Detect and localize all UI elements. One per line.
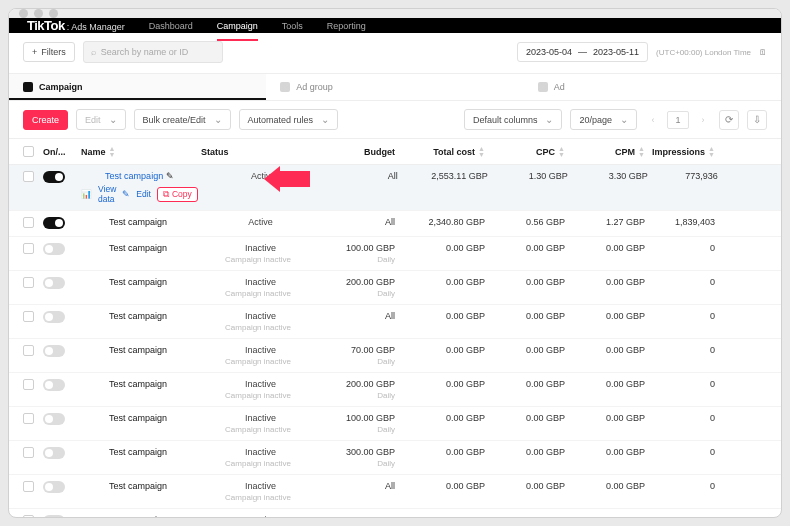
tab-campaign[interactable]: Campaign xyxy=(9,74,266,100)
perpage-select[interactable]: 20/page xyxy=(570,109,637,130)
col-cpm[interactable]: CPM▲▼ xyxy=(571,146,651,158)
status-toggle[interactable] xyxy=(43,217,65,229)
nav-tools[interactable]: Tools xyxy=(282,21,303,31)
search-placeholder: Search by name or ID xyxy=(101,47,189,57)
col-cost[interactable]: Total cost▲▼ xyxy=(401,146,491,158)
cost-value: 2,340.80 GBP xyxy=(428,217,485,227)
cpm-value: 0.00 GBP xyxy=(606,413,645,423)
page-prev[interactable]: ‹ xyxy=(645,111,661,129)
filters-button[interactable]: +Filters xyxy=(23,42,75,62)
status-toggle[interactable] xyxy=(43,277,65,289)
status-sub: Campaign inactive xyxy=(225,459,291,468)
status-toggle[interactable] xyxy=(43,413,65,425)
table-row[interactable]: Test campaign InactiveCampaign inactive … xyxy=(9,271,781,305)
date-from: 2023-05-04 xyxy=(526,47,572,57)
cost-value: 0.00 GBP xyxy=(446,447,485,457)
page-next[interactable]: › xyxy=(695,111,711,129)
nav-dashboard[interactable]: Dashboard xyxy=(149,21,193,31)
row-checkbox[interactable] xyxy=(23,243,34,254)
table-header: On/... Name▲▼ Status Budget Total cost▲▼… xyxy=(9,139,781,165)
row-checkbox[interactable] xyxy=(23,277,34,288)
edit-button[interactable]: Edit xyxy=(76,109,126,130)
campaign-name: Test campaign ✎ xyxy=(105,171,174,181)
date-to: 2023-05-11 xyxy=(593,47,639,57)
refresh-button[interactable]: ⟳ xyxy=(719,110,739,130)
tab-adgroup[interactable]: Ad group xyxy=(266,74,523,100)
table-row[interactable]: Test campaign Active All 2,340.80 GBP 0.… xyxy=(9,211,781,237)
budget-value: 100.00 GBP xyxy=(346,243,395,253)
col-name[interactable]: Name▲▼ xyxy=(81,146,201,158)
create-button[interactable]: Create xyxy=(23,110,68,130)
browser-window: TikTok: Ads Manager Dashboard Campaign T… xyxy=(8,8,782,518)
pencil-icon[interactable]: ✎ xyxy=(166,171,174,181)
status-toggle[interactable] xyxy=(43,447,65,459)
status-toggle[interactable] xyxy=(43,345,65,357)
search-icon: ⌕ xyxy=(91,47,96,57)
row-checkbox[interactable] xyxy=(23,311,34,322)
row-checkbox[interactable] xyxy=(23,345,34,356)
search-input[interactable]: ⌕ Search by name or ID xyxy=(83,41,223,63)
table-row[interactable]: Test campaign InactiveCampaign inactive … xyxy=(9,475,781,509)
sort-icon: ▲▼ xyxy=(638,146,645,158)
table-row[interactable]: Test campaign InactiveCampaign inactive … xyxy=(9,407,781,441)
table-row[interactable]: Test campaign InactiveCampaign inactive … xyxy=(9,441,781,475)
filter-bar: +Filters ⌕ Search by name or ID 2023-05-… xyxy=(9,33,781,74)
campaign-link[interactable]: Test campaign xyxy=(105,171,163,181)
status-toggle[interactable] xyxy=(43,171,65,183)
table-row[interactable]: Test campaign InactiveCampaign inactive … xyxy=(9,373,781,407)
col-budget[interactable]: Budget xyxy=(321,147,401,157)
cost-value: 0.00 GBP xyxy=(446,243,485,253)
page-current[interactable]: 1 xyxy=(667,111,689,129)
campaign-name: Test campaign xyxy=(109,311,167,321)
columns-select[interactable]: Default columns xyxy=(464,109,563,130)
row-checkbox[interactable] xyxy=(23,481,34,492)
col-cpc[interactable]: CPC▲▼ xyxy=(491,146,571,158)
status-text: Inactive xyxy=(240,413,276,423)
cost-value: 0.00 GBP xyxy=(446,515,485,518)
status-toggle[interactable] xyxy=(43,243,65,255)
table-row[interactable]: Test campaign InactiveCampaign inactive … xyxy=(9,305,781,339)
col-status[interactable]: Status xyxy=(201,147,321,157)
row-checkbox[interactable] xyxy=(23,171,34,182)
campaign-name: Test campaign xyxy=(109,447,167,457)
campaign-table: On/... Name▲▼ Status Budget Total cost▲▼… xyxy=(9,139,781,518)
date-sep: — xyxy=(578,47,587,57)
cpc-value: 0.00 GBP xyxy=(526,447,565,457)
export-button[interactable]: ⇩ xyxy=(747,110,767,130)
budget-value: 200.00 GBP xyxy=(346,379,395,389)
edit-link[interactable]: Edit xyxy=(136,189,151,199)
budget-value: 200.00 GBP xyxy=(346,277,395,287)
rules-button[interactable]: Automated rules xyxy=(239,109,339,130)
bulk-button[interactable]: Bulk create/Edit xyxy=(134,109,231,130)
table-row[interactable]: Test campaign ✎ 📊 View data ✎ Edit ⧉Copy… xyxy=(9,165,781,211)
table-row[interactable]: Test campaign InactiveCampaign inactive … xyxy=(9,339,781,373)
tab-adgroup-label: Ad group xyxy=(296,82,333,92)
status-toggle[interactable] xyxy=(43,379,65,391)
date-range[interactable]: 2023-05-04 — 2023-05-11 xyxy=(517,42,648,62)
imp-value: 0 xyxy=(710,243,715,253)
row-checkbox[interactable] xyxy=(23,413,34,424)
select-all-checkbox[interactable] xyxy=(23,146,34,157)
status-toggle[interactable] xyxy=(43,311,65,323)
col-on[interactable]: On/... xyxy=(43,147,81,157)
cost-value: 0.00 GBP xyxy=(446,345,485,355)
table-row[interactable]: Test campaign InactiveCampaign inactive … xyxy=(9,237,781,271)
col-imp[interactable]: Impressions▲▼ xyxy=(651,146,721,158)
viewdata-link[interactable]: View data xyxy=(98,184,116,204)
status-text: Inactive xyxy=(240,311,276,321)
table-row[interactable]: Test campaign InactiveCampaign inactive … xyxy=(9,509,781,518)
tab-ad[interactable]: Ad xyxy=(524,74,781,100)
copy-button[interactable]: ⧉Copy xyxy=(157,187,198,202)
row-checkbox[interactable] xyxy=(23,447,34,458)
chart-icon: 📊 xyxy=(81,189,92,199)
calendar-icon[interactable]: 🗓 xyxy=(759,48,767,57)
nav-campaign[interactable]: Campaign xyxy=(217,21,258,31)
status-toggle[interactable] xyxy=(43,515,65,518)
status-toggle[interactable] xyxy=(43,481,65,493)
nav-reporting[interactable]: Reporting xyxy=(327,21,366,31)
imp-value: 0 xyxy=(710,413,715,423)
row-checkbox[interactable] xyxy=(23,217,34,228)
row-checkbox[interactable] xyxy=(23,515,34,518)
campaign-name: Test campaign xyxy=(109,345,167,355)
row-checkbox[interactable] xyxy=(23,379,34,390)
